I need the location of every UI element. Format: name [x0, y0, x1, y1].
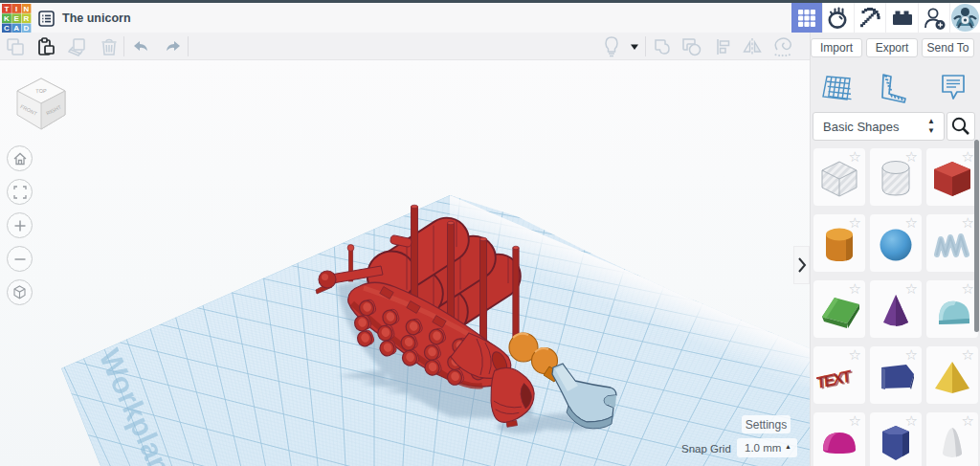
svg-text:T: T [4, 5, 9, 13]
svg-text:A: A [13, 24, 19, 33]
svg-text:C: C [4, 24, 10, 33]
svg-text:TOP: TOP [35, 88, 47, 94]
svg-text:R: R [24, 14, 30, 23]
svg-text:TEXT: TEXT [817, 368, 854, 394]
svg-text:I: I [15, 5, 17, 13]
svg-text:K: K [4, 14, 10, 23]
svg-text:D: D [24, 24, 30, 33]
svg-text:E: E [14, 14, 20, 23]
svg-text:N: N [24, 5, 30, 13]
